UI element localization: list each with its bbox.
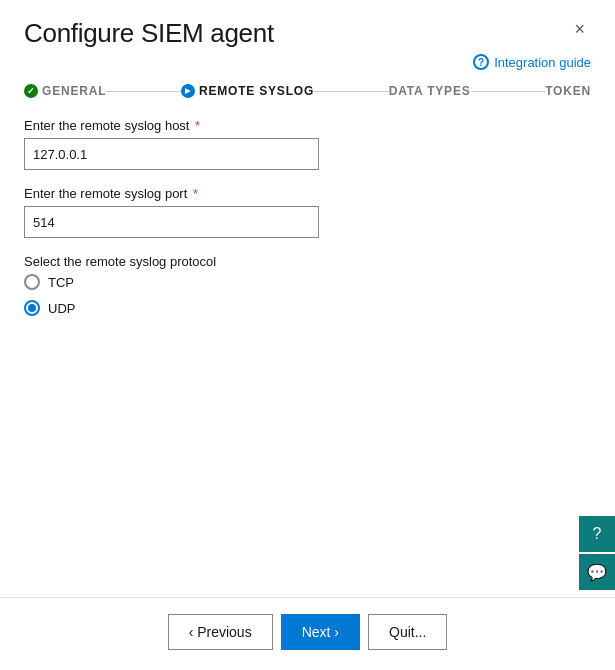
step-data-types-label: DATA TYPES	[389, 84, 471, 98]
step-general-label: GENERAL	[42, 84, 106, 98]
host-input[interactable]	[24, 138, 319, 170]
protocol-radio-group: TCP UDP	[24, 274, 591, 316]
step-token: TOKEN	[545, 84, 591, 98]
integration-guide-label: Integration guide	[494, 55, 591, 70]
protocol-label: Select the remote syslog protocol	[24, 254, 591, 269]
tcp-option[interactable]: TCP	[24, 274, 591, 290]
dialog-title: Configure SIEM agent	[24, 18, 274, 49]
side-help-button[interactable]: ?	[579, 516, 615, 552]
tcp-label: TCP	[48, 275, 74, 290]
host-group: Enter the remote syslog host *	[24, 118, 591, 170]
protocol-group: Select the remote syslog protocol TCP UD…	[24, 254, 591, 316]
side-chat-icon: 💬	[587, 563, 607, 582]
next-button[interactable]: Next ›	[281, 614, 360, 650]
udp-label: UDP	[48, 301, 75, 316]
port-input[interactable]	[24, 206, 319, 238]
steps-bar: GENERAL REMOTE SYSLOG DATA TYPES TOKEN	[0, 70, 615, 98]
side-chat-button[interactable]: 💬	[579, 554, 615, 590]
step-general-check-icon	[24, 84, 38, 98]
port-required: *	[189, 186, 198, 201]
side-panel: ? 💬	[579, 516, 615, 590]
header-right: × ? Integration guide	[473, 18, 591, 70]
port-group: Enter the remote syslog port *	[24, 186, 591, 238]
previous-button[interactable]: ‹ Previous	[168, 614, 273, 650]
port-label: Enter the remote syslog port *	[24, 186, 591, 201]
udp-option[interactable]: UDP	[24, 300, 591, 316]
configure-siem-dialog: Configure SIEM agent × ? Integration gui…	[0, 0, 615, 670]
step-line-3	[471, 91, 546, 92]
form-content: Enter the remote syslog host * Enter the…	[0, 98, 615, 597]
host-label: Enter the remote syslog host *	[24, 118, 591, 133]
host-required: *	[191, 118, 200, 133]
step-line-2	[314, 91, 389, 92]
close-button[interactable]: ×	[568, 18, 591, 40]
udp-radio[interactable]	[24, 300, 40, 316]
step-remote-syslog: REMOTE SYSLOG	[181, 84, 314, 98]
step-data-types: DATA TYPES	[389, 84, 471, 98]
step-token-label: TOKEN	[545, 84, 591, 98]
tcp-radio[interactable]	[24, 274, 40, 290]
side-help-icon: ?	[593, 525, 602, 543]
quit-button[interactable]: Quit...	[368, 614, 447, 650]
step-remote-syslog-label: REMOTE SYSLOG	[199, 84, 314, 98]
integration-guide-link[interactable]: ? Integration guide	[473, 48, 591, 70]
step-general: GENERAL	[24, 84, 106, 98]
dialog-header: Configure SIEM agent × ? Integration gui…	[0, 0, 615, 70]
integration-guide-icon: ?	[473, 54, 489, 70]
step-line-1	[106, 91, 181, 92]
step-remote-syslog-active-icon	[181, 84, 195, 98]
dialog-footer: ‹ Previous Next › Quit...	[0, 597, 615, 670]
